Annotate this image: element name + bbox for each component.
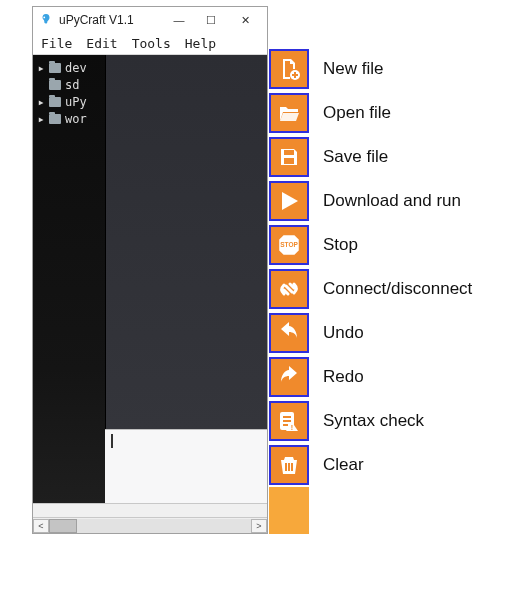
connect-button[interactable] (269, 269, 309, 309)
close-button[interactable]: ✕ (227, 10, 263, 30)
code-editor[interactable] (105, 55, 267, 429)
redo-icon (277, 365, 301, 389)
tree-item-upy[interactable]: ▸ uPy (35, 93, 103, 110)
minimize-button[interactable]: — (163, 10, 195, 30)
svg-rect-3 (284, 158, 294, 164)
svg-text:!: ! (291, 424, 293, 431)
workspace: ▸ dev sd ▸ uPy ▸ wor (33, 55, 267, 503)
undo-icon (277, 321, 301, 345)
save-file-icon (277, 145, 301, 169)
download-run-icon (277, 189, 301, 213)
menu-tools[interactable]: Tools (132, 36, 171, 51)
tree-item-sd[interactable]: sd (35, 76, 103, 93)
tree-item-label: sd (65, 78, 79, 92)
menu-help[interactable]: Help (185, 36, 216, 51)
new-file-button[interactable] (269, 49, 309, 89)
menu-file[interactable]: File (41, 36, 72, 51)
toolbar-label: Open file (323, 103, 391, 123)
app-window: uPyCraft V1.1 — ☐ ✕ File Edit Tools Help… (32, 6, 268, 534)
folder-icon (49, 114, 61, 124)
toolbar-label: Redo (323, 367, 364, 387)
menu-bar: File Edit Tools Help (33, 33, 267, 55)
text-cursor (111, 434, 113, 448)
connect-icon (277, 277, 301, 301)
scroll-thumb[interactable] (49, 519, 77, 533)
stop-button[interactable]: STOP (269, 225, 309, 265)
redo-button[interactable] (269, 357, 309, 397)
new-file-icon (277, 57, 301, 81)
toolbar-label: Clear (323, 455, 364, 475)
save-file-button[interactable] (269, 137, 309, 177)
chevron-right-icon: ▸ (37, 95, 45, 109)
tree-item-workspace[interactable]: ▸ wor (35, 110, 103, 127)
maximize-button[interactable]: ☐ (195, 10, 227, 30)
editor-column (105, 55, 267, 503)
chevron-right-icon: ▸ (37, 61, 45, 75)
scroll-right-button[interactable]: > (251, 519, 267, 533)
window-title: uPyCraft V1.1 (59, 13, 163, 27)
toolbar-label: Stop (323, 235, 358, 255)
menu-edit[interactable]: Edit (86, 36, 117, 51)
svg-rect-2 (284, 150, 294, 155)
download-run-button[interactable] (269, 181, 309, 221)
folder-icon (49, 80, 61, 90)
clear-icon (277, 453, 301, 477)
svg-point-0 (43, 17, 45, 19)
toolbar-filler (269, 487, 309, 534)
open-file-button[interactable] (269, 93, 309, 133)
tree-item-label: uPy (65, 95, 87, 109)
toolbar-label: Connect/disconnect (323, 279, 472, 299)
title-bar: uPyCraft V1.1 — ☐ ✕ (33, 7, 267, 33)
toolbar-label: Undo (323, 323, 364, 343)
status-bar (33, 503, 267, 517)
toolbar-legend: New file Open file Save file Download an… (269, 47, 509, 487)
toolbar-label: Save file (323, 147, 388, 167)
tree-item-label: wor (65, 112, 87, 126)
folder-icon (49, 63, 61, 73)
tree-item-dev[interactable]: ▸ dev (35, 59, 103, 76)
clear-button[interactable] (269, 445, 309, 485)
tree-item-label: dev (65, 61, 87, 75)
undo-button[interactable] (269, 313, 309, 353)
scroll-left-button[interactable]: < (33, 519, 49, 533)
toolbar-label: Syntax check (323, 411, 424, 431)
open-file-icon (277, 101, 301, 125)
terminal[interactable] (105, 429, 267, 503)
toolbar-label: Download and run (323, 191, 461, 211)
toolbar-label: New file (323, 59, 383, 79)
file-tree[interactable]: ▸ dev sd ▸ uPy ▸ wor (33, 55, 105, 503)
scroll-track[interactable] (49, 519, 251, 533)
stop-icon: STOP (276, 232, 302, 258)
app-logo-icon (39, 13, 53, 27)
folder-icon (49, 97, 61, 107)
syntax-check-button[interactable]: ! (269, 401, 309, 441)
chevron-right-icon: ▸ (37, 112, 45, 126)
svg-text:STOP: STOP (280, 241, 298, 248)
horizontal-scrollbar[interactable]: < > (33, 517, 267, 533)
syntax-check-icon: ! (277, 409, 301, 433)
